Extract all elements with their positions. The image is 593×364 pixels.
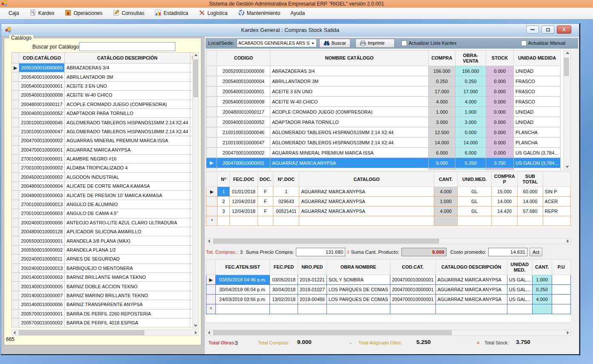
table-row[interactable]: 2700100010000001ALAMBRE NEGRO #16 (12, 154, 199, 163)
column-header[interactable]: CATALOGO DESCRIPCIÓN (435, 260, 507, 275)
cell[interactable] (434, 216, 457, 226)
cell[interactable]: 17.000 (455, 86, 486, 97)
combo-dropdown-button[interactable] (309, 39, 316, 47)
cell[interactable]: ALICATE DE PRESION 10' MARCA KAMASA (65, 191, 190, 200)
cell[interactable]: US GAL... (507, 285, 532, 295)
cell[interactable]: 0.000 (486, 76, 514, 86)
cell[interactable]: 2005200010000006 (217, 66, 270, 76)
current-row-arrow[interactable]: ▶ (206, 187, 218, 197)
table-row[interactable]: 2005700010000001BARRA DE PERFIL 2260 REP… (12, 309, 199, 318)
cell[interactable]: 2002400010000011 (19, 255, 65, 264)
menu-item-kardex[interactable]: 12?Kardex (25, 8, 59, 19)
menu-item-logistica[interactable]: Logistica (194, 8, 232, 19)
cell[interactable] (435, 304, 507, 314)
table-row[interactable]: 2004800010000117ACOPLE CROMADO JUEGO (CO… (12, 100, 199, 109)
cell[interactable]: US GALON (3,784... (514, 148, 561, 158)
row-selector[interactable] (206, 206, 218, 216)
row-selector[interactable] (206, 107, 217, 117)
cell[interactable]: REPR (543, 206, 570, 216)
cell[interactable]: 1.000 (455, 168, 486, 170)
scroll-right-button[interactable] (564, 330, 570, 335)
cell[interactable]: LOS PARQUES DE COMAS (327, 295, 390, 304)
cell[interactable]: 1.000 (532, 275, 552, 285)
cell[interactable]: 2018-00456 (298, 295, 327, 304)
cell[interactable]: 0.000 (486, 107, 514, 117)
costo-promedio-input[interactable]: 14.631 (488, 248, 527, 256)
cell[interactable]: 2004800010000117 (217, 107, 270, 117)
cell[interactable]: 2005400010000004 (217, 76, 270, 86)
cell[interactable]: 1.000 (434, 197, 457, 206)
cell[interactable]: 2004700010000001 (390, 295, 435, 304)
table-row[interactable]: 2005400010000008ACEITE W-40 CHICO (12, 91, 199, 100)
menu-item-ayuda[interactable]: Ayuda (286, 9, 309, 18)
cell[interactable]: 24/03/2018 03:56 p.m. (215, 295, 269, 304)
cell[interactable]: 6.000 (429, 148, 455, 158)
table-row[interactable]: 2002400010000006ANTEOJO ASTRO-LITE AZUL … (12, 218, 199, 227)
cell[interactable]: 2018-01221 (298, 275, 327, 285)
row-selector[interactable] (12, 227, 19, 236)
menu-item-caja[interactable]: Caja (4, 9, 23, 18)
catalog-vscrollbar[interactable] (192, 52, 199, 329)
cell[interactable]: 2002400010000013 (19, 264, 65, 272)
cell[interactable] (390, 304, 435, 314)
cell[interactable]: ABRAZADERAS 3/4 (65, 63, 190, 72)
cell[interactable]: 0.250 (455, 76, 486, 86)
cell[interactable]: AGUARRAZ MARCA ANYPSA (299, 206, 434, 216)
row-selector[interactable] (12, 182, 19, 191)
cell[interactable]: F (258, 187, 273, 197)
column-header[interactable]: FEC.DOC (230, 172, 258, 187)
scroll-thumb[interactable] (564, 58, 569, 76)
cell[interactable]: 0.000 (486, 168, 514, 170)
cell[interactable]: 30/04/2018 (270, 285, 298, 295)
cell[interactable]: ADAPTADOR PARA TORNILLO (270, 117, 429, 127)
checkbox-actualizar-manual[interactable]: Actualizar Manual (521, 40, 565, 46)
cell[interactable]: ABRILLANTADOR 3M (270, 76, 429, 86)
table-row[interactable]: 2002400010000013BARBIQUEJO O MENTONERA (12, 264, 199, 272)
cell[interactable]: BARNIZ MARINO BRILLANTE TEKNO (65, 291, 190, 300)
row-selector[interactable] (12, 136, 19, 145)
cell[interactable]: 30/04/2018 06:04 p.m. (215, 285, 269, 295)
cell[interactable]: 029643 (273, 197, 299, 206)
cell[interactable]: PLANCHA (514, 127, 561, 138)
cell[interactable]: UNIDAD (514, 66, 561, 76)
table-row[interactable]: 2001400010000007BARNIZ MARINO BRILLANTE … (12, 291, 199, 300)
cell[interactable]: ACEITE W-40 CHICO (65, 91, 190, 100)
cell[interactable]: ANTEOJO ASTRO-LITE AZUL CLARO ULTRADURA (65, 218, 190, 227)
cell[interactable]: 00521411 (273, 206, 299, 216)
cell[interactable] (299, 216, 434, 226)
scroll-up-button[interactable] (193, 53, 198, 59)
cell[interactable]: 2004800010000128 (19, 227, 65, 236)
table-row[interactable]: 2004800010000004ALICATE DE CORTE MARCA K… (12, 182, 199, 191)
cell[interactable]: 3.000 (429, 117, 455, 127)
cell[interactable]: AGLOMERADO TABLEROS HISPANOS15MM 2.14 X2… (270, 127, 429, 138)
scroll-right-button[interactable] (192, 330, 198, 335)
cell[interactable]: AGUARRAZ MARCA ANYPSA (435, 295, 507, 304)
cell[interactable]: 0.000 (455, 127, 486, 138)
row-selector[interactable] (12, 163, 19, 172)
cell[interactable]: 0.000 (486, 66, 514, 76)
cell[interactable]: ALAMBRE NEGRO #16 (270, 168, 429, 170)
cell[interactable]: 2002400010000006 (19, 218, 65, 227)
row-selector[interactable] (12, 209, 19, 218)
cell[interactable]: 6.000 (455, 148, 486, 158)
table-row[interactable]: 212/04/2018F029643AGUARRAZ MARCA ANYPSA1… (206, 197, 571, 206)
table-row[interactable]: 2700100010000013ANGULO DE ALUMINIO (12, 200, 199, 209)
row-selector[interactable] (206, 295, 216, 304)
scroll-thumb[interactable] (19, 330, 144, 335)
table-row[interactable]: 2004800010000003ALICATE DE PRESION 10' M… (12, 191, 199, 200)
cell[interactable] (258, 216, 273, 226)
cell[interactable]: ACOPLE CROMADO JUEGO (COMPRESORA) (270, 107, 429, 117)
table-row[interactable]: 2005500010000001ARANDELA 3/8 PLANA (MAX) (12, 236, 199, 245)
cell[interactable] (270, 304, 298, 314)
row-selector[interactable] (12, 91, 19, 100)
cell[interactable]: 2000400010000052 (19, 109, 65, 118)
cell[interactable]: 4.000 (434, 206, 457, 216)
cell[interactable]: 156.000 (455, 66, 486, 76)
cell[interactable]: BARRA DE PERFIL 2260 REPOSTERIA (65, 309, 190, 318)
cell[interactable]: 2001400010000005 (19, 282, 65, 291)
cell[interactable]: 1 (273, 187, 299, 197)
purchases-hscrollbar[interactable] (206, 238, 571, 244)
cell[interactable]: 2005400010000008 (217, 97, 270, 107)
cell[interactable]: FRASCO (514, 76, 561, 86)
cell[interactable]: UNIDAD (514, 168, 561, 170)
